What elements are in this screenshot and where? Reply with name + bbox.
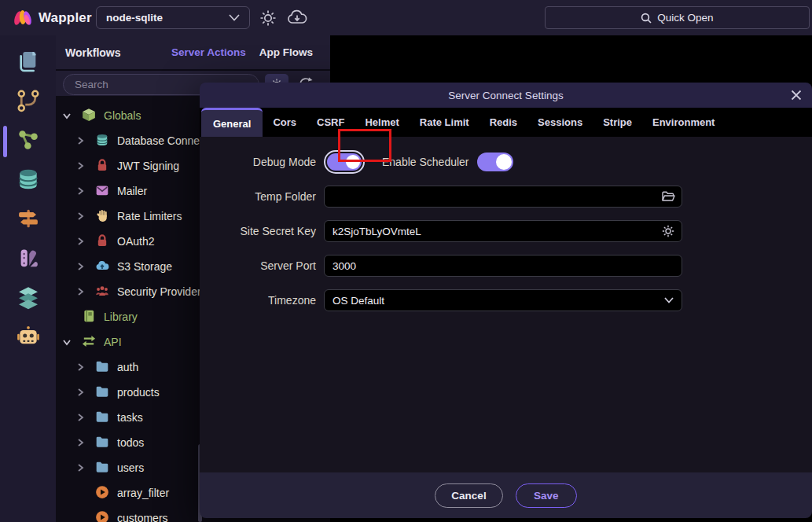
panel-header: Workflows Server Actions App Flows <box>56 35 330 71</box>
sidebar-item-database[interactable] <box>0 161 56 200</box>
dialog-tab-general[interactable]: General <box>201 108 263 137</box>
git-icon <box>17 89 40 116</box>
sidebar-item-styles[interactable] <box>0 240 56 279</box>
sidebar-item-pages[interactable] <box>0 43 56 83</box>
folder-icon <box>95 384 117 401</box>
top-bar: Wappler node-sqlite Quick Open <box>0 0 812 35</box>
search-placeholder: Search <box>75 79 108 90</box>
site-secret-key-label: Site Secret Key <box>200 225 316 237</box>
wappler-logo-icon <box>13 9 33 28</box>
sidebar-item-server-connect[interactable] <box>0 122 56 161</box>
debug-mode-toggle[interactable] <box>324 150 365 174</box>
save-button[interactable]: Save <box>516 483 577 508</box>
dialog-header: Server Connect Settings <box>200 83 812 108</box>
tab-server-actions[interactable]: Server Actions <box>171 46 246 58</box>
folder-icon <box>95 435 117 451</box>
book-icon <box>82 309 104 325</box>
tree-item-label: Mailer <box>117 185 147 197</box>
hand-icon <box>95 208 117 225</box>
dialog-footer: Cancel Save <box>200 472 812 518</box>
tree-item-label: array_filter <box>117 487 169 499</box>
tree-item-label: OAuth2 <box>117 235 154 248</box>
site-secret-key-row: Site Secret Key <box>200 220 812 242</box>
styles-icon <box>17 246 40 273</box>
select-chevron-down-icon <box>664 296 674 305</box>
temp-folder-input[interactable] <box>324 186 682 208</box>
dialog-tab-cors[interactable]: Cors <box>263 108 307 137</box>
sidebar-item-git[interactable] <box>0 83 56 122</box>
chevron-down-icon <box>229 14 240 21</box>
api-arrows-icon <box>82 334 104 351</box>
dialog-tabs: GeneralCorsCSRFHelmetRate LimitRedisSess… <box>200 108 812 137</box>
tree-item-label: Globals <box>104 109 141 122</box>
enable-scheduler-label: Enable Scheduler <box>382 156 469 168</box>
timezone-row: Timezone OS Default <box>200 289 812 311</box>
lock-icon <box>95 233 117 250</box>
tree-item-label: customers <box>117 512 168 522</box>
search-icon <box>641 13 652 24</box>
generate-key-gear-icon[interactable] <box>661 224 675 238</box>
cloud-upload-icon <box>95 259 117 275</box>
play-icon <box>95 510 117 522</box>
sidebar-item-layers[interactable] <box>0 279 56 318</box>
folder-icon <box>95 359 117 376</box>
tab-app-flows[interactable]: App Flows <box>259 46 313 58</box>
site-secret-key-input[interactable] <box>324 220 682 242</box>
dialog-tab-csrf[interactable]: CSRF <box>307 108 355 137</box>
tree-item-label: Security Providers <box>117 285 207 298</box>
mail-icon <box>95 183 117 200</box>
wappler-logo: Wappler <box>13 9 92 28</box>
timezone-value: OS Default <box>333 295 384 307</box>
tree-item-label: S3 Storage <box>117 260 172 273</box>
server-port-input[interactable] <box>324 255 682 277</box>
settings-gear-icon[interactable] <box>259 9 277 28</box>
folder-open-icon[interactable] <box>661 189 675 204</box>
tree-item-label: Library <box>104 311 138 323</box>
dialog-body: Debug Mode Enable Scheduler Temp Folder … <box>200 137 812 472</box>
cloud-download-icon[interactable] <box>286 9 308 28</box>
dialog-tab-environment[interactable]: Environment <box>642 108 725 137</box>
active-indicator <box>3 126 7 157</box>
panel-tabs: Server Actions App Flows <box>171 46 313 58</box>
panel-title: Workflows <box>65 46 121 59</box>
icon-sidebar <box>0 35 56 522</box>
dialog-tab-sessions[interactable]: Sessions <box>527 108 593 137</box>
tree-item-label: products <box>117 386 160 399</box>
project-selector[interactable]: node-sqlite <box>96 6 250 29</box>
lock-icon <box>95 158 117 175</box>
server-connect-icon <box>17 128 40 155</box>
quick-open-label: Quick Open <box>657 12 713 24</box>
folder-icon <box>95 410 117 426</box>
server-connect-settings-dialog: Server Connect Settings GeneralCorsCSRFH… <box>200 83 812 518</box>
temp-folder-label: Temp Folder <box>200 190 316 203</box>
dialog-tab-helmet[interactable]: Helmet <box>355 108 409 137</box>
timezone-select[interactable]: OS Default <box>324 289 682 311</box>
sidebar-item-routing[interactable] <box>0 200 56 240</box>
close-icon[interactable] <box>790 89 803 101</box>
enable-scheduler-toggle[interactable] <box>477 153 513 171</box>
timezone-label: Timezone <box>200 294 316 307</box>
layers-icon <box>16 285 41 313</box>
globals-icon <box>82 108 104 124</box>
dialog-title: Server Connect Settings <box>448 90 563 101</box>
tree-item-label: auth <box>117 361 138 373</box>
ai-assistant-icon <box>16 324 41 352</box>
database-icon <box>95 133 117 149</box>
dialog-tab-stripe[interactable]: Stripe <box>593 108 642 137</box>
folder-icon <box>95 460 117 476</box>
server-port-label: Server Port <box>200 259 316 272</box>
database-icon <box>16 167 41 195</box>
tree-item-label: tasks <box>117 411 143 424</box>
users-icon <box>95 284 117 300</box>
dialog-tab-redis[interactable]: Redis <box>479 108 527 137</box>
tree-item-label: Rate Limiters <box>117 210 182 222</box>
quick-open-search[interactable]: Quick Open <box>545 6 810 29</box>
project-name: node-sqlite <box>106 12 163 24</box>
dialog-tab-rate-limit[interactable]: Rate Limit <box>410 108 479 137</box>
tree-item-label: users <box>117 461 144 474</box>
pages-icon <box>16 49 41 77</box>
debug-mode-label: Debug Mode <box>200 156 316 168</box>
server-port-row: Server Port <box>200 255 812 277</box>
sidebar-item-ai-assistant[interactable] <box>0 318 56 358</box>
cancel-button[interactable]: Cancel <box>435 483 502 508</box>
